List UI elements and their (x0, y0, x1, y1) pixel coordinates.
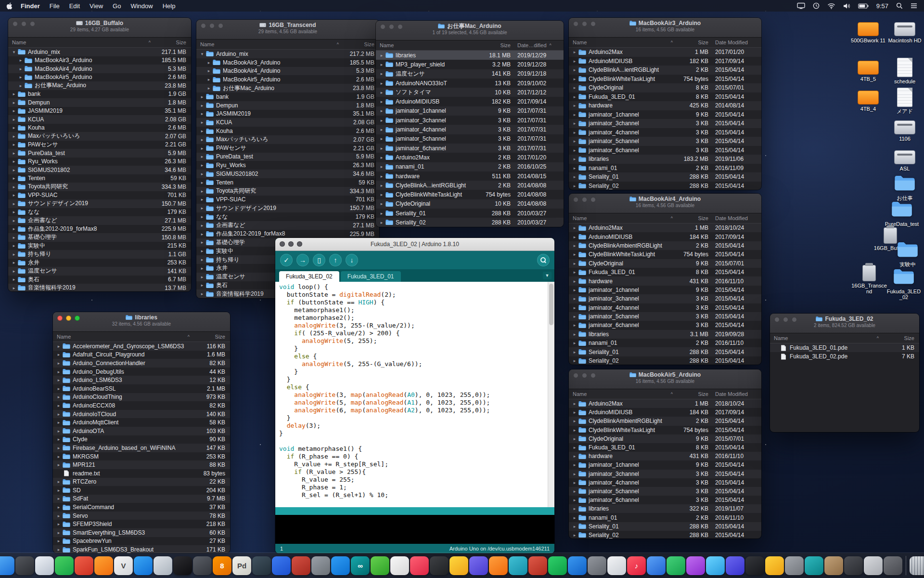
table-row[interactable]: ▸KCUA2.08 GB (8, 115, 191, 124)
disclosure-closed-icon[interactable]: ▸ (199, 180, 205, 185)
dock-icon-app-34[interactable] (647, 556, 666, 575)
table-row[interactable]: ▸MacBookAir5_Arduino2.6 MB (196, 75, 379, 84)
disclosure-closed-icon[interactable]: ▸ (56, 429, 62, 434)
table-row[interactable]: ▸Ryu_Works26.3 MB (8, 158, 191, 166)
table-row[interactable]: ▸温度センサ141 KB2019/12/18 (376, 69, 564, 79)
table-row[interactable]: ▸永井253 KB (8, 259, 191, 267)
disclosure-closed-icon[interactable]: ▸ (572, 480, 578, 485)
table-row[interactable]: ▸ArduinoMIDIUSB184 KB2017/09/14 (569, 408, 761, 417)
window-titlebar[interactable]: Fukuda_3LED_022 items, 824.52 GB availab… (770, 314, 919, 333)
dock-icon-app-43[interactable] (824, 556, 843, 575)
disclosure-closed-icon[interactable]: ▸ (572, 358, 578, 363)
disclosure-closed-icon[interactable]: ▸ (379, 118, 385, 123)
disclosure-closed-icon[interactable]: ▸ (11, 151, 17, 156)
dock-icon-app-28[interactable] (528, 556, 547, 575)
disclosure-closed-icon[interactable]: ▸ (379, 53, 385, 58)
table-row[interactable]: ▸実験中215 KB (8, 242, 191, 250)
table-row[interactable]: ▸PureData_test5.9 MB (8, 149, 191, 158)
close-button[interactable] (774, 317, 780, 322)
table-row[interactable]: ▸MKRGSM253 KB (53, 452, 230, 461)
disclosure-closed-icon[interactable]: ▸ (206, 60, 212, 65)
disclosure-closed-icon[interactable]: ▸ (199, 214, 205, 219)
dock-icon-app-04[interactable] (55, 556, 74, 575)
disclosure-closed-icon[interactable]: ▸ (199, 206, 205, 210)
column-header-name[interactable]: Name^ (12, 39, 154, 45)
table-row[interactable]: ▸jaminator_5channel3 KB2017/07/31 (376, 134, 564, 144)
disclosure-closed-icon[interactable]: ▸ (11, 117, 17, 122)
table-row[interactable]: ▸Kouha2.6 MB (8, 124, 191, 132)
disclosure-closed-icon[interactable]: ▸ (199, 171, 205, 176)
table-row[interactable]: ▸Firebase_Arduino_based_on_WiFiNINA147 K… (53, 444, 230, 452)
column-header-size[interactable]: Size (677, 39, 708, 45)
disclosure-closed-icon[interactable]: ▸ (572, 323, 578, 328)
ide-titlebar[interactable]: Fukuda_3LED_02 | Arduino 1.8.10 (275, 238, 554, 251)
dock-icon-app-31[interactable] (588, 556, 606, 575)
disclosure-closed-icon[interactable]: ▸ (379, 174, 385, 179)
column-header-date[interactable]: Date Modified (708, 39, 757, 45)
disclosure-closed-icon[interactable]: ▸ (56, 344, 62, 349)
disclosure-closed-icon[interactable]: ▸ (379, 71, 385, 76)
disclosure-closed-icon[interactable]: ▸ (379, 81, 385, 86)
disclosure-closed-icon[interactable]: ▸ (572, 270, 578, 275)
dock-icon-app-46[interactable] (884, 556, 902, 575)
table-row[interactable]: ▸ArduinoIoTCloud140 KB (53, 410, 230, 419)
disclosure-closed-icon[interactable]: ▸ (199, 94, 205, 99)
table-row[interactable]: ▸ClydeBlinkAmbientRGBLight2 KB2015/04/14 (569, 241, 761, 250)
disclosure-closed-icon[interactable]: ▸ (199, 249, 205, 253)
table-row[interactable]: ▸Toyota共同研究334.3 MB (196, 187, 379, 196)
dock-icon-app-20[interactable] (371, 556, 389, 575)
dock-icon-app-11[interactable] (193, 556, 212, 575)
dock-icon-app-06[interactable] (94, 556, 113, 575)
disclosure-closed-icon[interactable]: ▸ (379, 192, 385, 197)
table-row[interactable]: ▸サウンドデザイン2019150.7 MB (8, 199, 191, 208)
window-titlebar[interactable]: お仕事Mac_Arduino1 of 19 selected, 4.56 GB … (376, 21, 564, 40)
zoom-button[interactable] (218, 23, 223, 28)
disclosure-closed-icon[interactable]: ▸ (379, 62, 385, 67)
disclosure-closed-icon[interactable]: ▸ (572, 225, 578, 230)
table-row[interactable]: ▸jaminator_6channel3 KB2015/04/14 (569, 321, 761, 329)
table-row[interactable]: readme.txt83 bytes (53, 469, 230, 478)
disclosure-closed-icon[interactable]: ▸ (199, 120, 205, 125)
desktop-icon-drive-usb-12[interactable]: 16GB_Transcend (851, 263, 887, 294)
disclosure-closed-icon[interactable]: ▸ (572, 445, 578, 450)
disclosure-closed-icon[interactable]: ▸ (56, 496, 62, 501)
disclosure-closed-icon[interactable]: ▸ (11, 168, 17, 172)
table-row[interactable]: ▸libraries18.1 MB2019/12/29 (376, 51, 564, 60)
minimize-button[interactable] (21, 21, 26, 26)
zoom-button[interactable] (30, 21, 35, 26)
apple-menu-icon[interactable] (6, 2, 13, 10)
disclosure-closed-icon[interactable]: ▸ (199, 197, 205, 202)
table-row[interactable]: ▸bank1.9 GB (8, 90, 191, 99)
dock-icon-arduino[interactable]: ∞ (351, 556, 370, 575)
zoom-button[interactable] (590, 197, 596, 202)
table-row[interactable]: ▸jaminator_4channel3 KB2015/04/14 (569, 128, 761, 137)
dock-icon-app-30[interactable] (568, 556, 587, 575)
dock-icon-app-02[interactable] (15, 556, 34, 575)
table-row[interactable]: ▸SparkFun_LSM6DS3_Breakout171 KB (53, 545, 230, 553)
disclosure-closed-icon[interactable]: ▸ (572, 94, 578, 99)
table-row[interactable]: ▸PureData_test5.9 MB (196, 153, 379, 161)
dock-icon-app-40[interactable] (765, 556, 784, 575)
disclosure-closed-icon[interactable]: ▸ (572, 174, 578, 179)
disclosure-closed-icon[interactable]: ▸ (11, 142, 17, 147)
dock-icon-app-17[interactable] (311, 556, 330, 575)
disclosure-closed-icon[interactable]: ▸ (379, 211, 385, 216)
table-row[interactable]: ▸Ryu_Works26.3 MB (196, 161, 379, 170)
column-header-size[interactable]: Size (479, 42, 511, 48)
close-button[interactable] (573, 21, 578, 26)
table-row[interactable]: ▸Seriality_01288 KB2015/04/14 (569, 522, 761, 531)
disclosure-closed-icon[interactable]: ▸ (572, 243, 578, 248)
dock-icon-app-18[interactable] (331, 556, 350, 575)
tab-menu-button[interactable]: ▼ (543, 272, 552, 279)
disclosure-closed-icon[interactable]: ▸ (572, 59, 578, 64)
dock-icon-app-10[interactable] (173, 556, 192, 575)
table-row[interactable]: ▸SmartEverything_LSM6DS360 KB (53, 528, 230, 537)
disclosure-closed-icon[interactable]: ▸ (572, 261, 578, 266)
disclosure-closed-icon[interactable]: ▸ (206, 77, 212, 82)
disclosure-closed-icon[interactable]: ▸ (572, 166, 578, 171)
disclosure-closed-icon[interactable]: ▸ (11, 108, 17, 113)
disclosure-closed-icon[interactable]: ▸ (11, 125, 17, 130)
table-row[interactable]: ▸VPP-SUAC701 KB (196, 196, 379, 204)
table-row[interactable]: Fukuda_3LED_02.pde7 KB (770, 352, 919, 361)
disclosure-closed-icon[interactable]: ▸ (56, 403, 62, 408)
